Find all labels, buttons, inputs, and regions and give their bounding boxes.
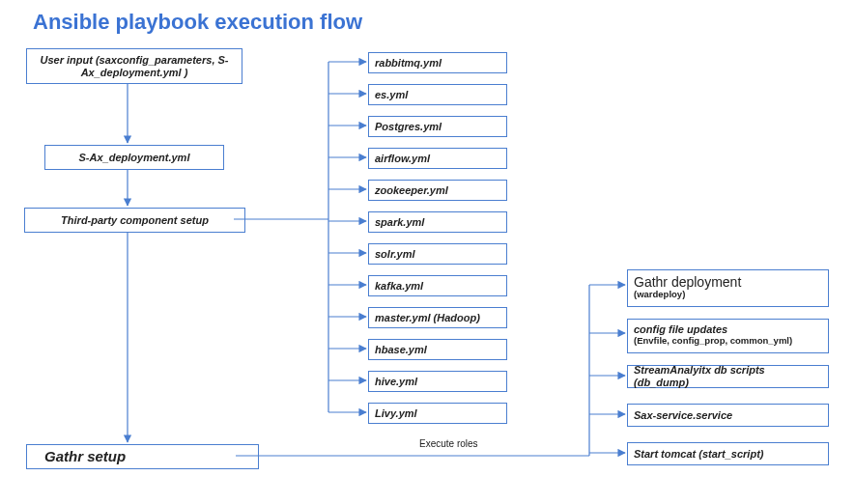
node-deployment-yml: S-Ax_deployment.yml [44,145,224,170]
node-config-updates: config file updates (Envfile, config_pro… [627,319,829,353]
node-yml-livy: Livy.yml [368,403,507,424]
node-yml-zookeeper: zookeeper.yml [368,180,507,201]
label-execute-roles: Execute roles [419,438,478,449]
node-gathr-deployment: Gathr deployment (wardeploy) [627,269,829,307]
node-yml-airflow: airflow.yml [368,148,507,169]
node-yml-spark: spark.yml [368,211,507,233]
node-start-tomcat: Start tomcat (start_script) [627,442,829,465]
node-yml-solr: solr.yml [368,243,507,265]
node-user-input: User input (saxconfig_parameters, S-Ax_d… [26,48,242,84]
node-yml-master: master.yml (Hadoop) [368,307,507,328]
diagram-title: Ansible playbook execution flow [33,10,362,35]
node-db-scripts: StreamAnalyitx db scripts (db_dump) [627,365,829,388]
node-sax-service: Sax-service.service [627,404,829,427]
node-yml-rabbitmq: rabbitmq.yml [368,52,507,73]
node-yml-postgres: Postgres.yml [368,116,507,137]
node-gathr-deployment-sub: (wardeploy) [634,290,685,300]
node-config-updates-title: config file updates [634,323,727,336]
node-yml-hive: hive.yml [368,371,507,392]
node-gathr-setup: Gathr setup [26,444,259,469]
node-yml-kafka: kafka.yml [368,275,507,296]
node-yml-hbase: hbase.yml [368,339,507,360]
node-config-updates-sub: (Envfile, config_prop, common_yml) [634,336,792,347]
node-yml-es: es.yml [368,84,507,105]
node-third-party: Third-party component setup [24,208,245,233]
node-gathr-deployment-title: Gathr deployment [634,274,741,290]
